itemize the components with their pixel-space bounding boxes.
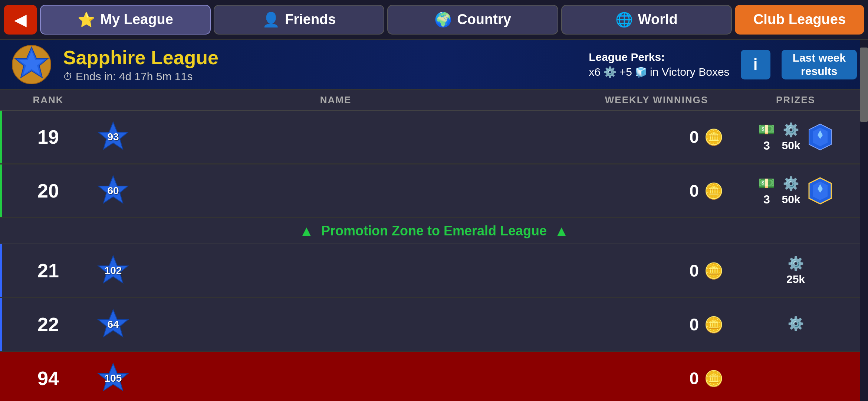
info-button[interactable]: i	[741, 50, 770, 79]
table-row: 19 93 0 🪙 💵 3 ⚙️ 50k	[0, 111, 868, 164]
timer-text: Ends in: 4d 17h 5m 11s	[76, 70, 193, 83]
prizes-cell: 💵 3 ⚙️ 50k	[731, 176, 861, 206]
player-level: 60	[107, 185, 119, 197]
prize-badge	[807, 176, 833, 206]
winnings-value: 0	[689, 261, 699, 281]
winnings-value: 0	[689, 181, 699, 201]
country-icon: 🌍	[434, 12, 452, 28]
last-week-label: Last week results	[793, 51, 846, 78]
col-prizes: PRIZES	[731, 94, 861, 106]
prize-chip: ⚙️ 25k	[786, 256, 805, 286]
tab-world[interactable]: 🌐 World	[561, 5, 732, 35]
player-name-cell: 93	[89, 120, 582, 154]
league-name: Sapphire League	[63, 46, 563, 69]
perk-box-icon: 🧊	[635, 66, 647, 78]
timer-icon: ⏱	[63, 71, 73, 82]
prize-money: 💵 3	[758, 122, 775, 153]
last-week-button[interactable]: Last week results	[782, 50, 857, 79]
rank-value: 20	[7, 180, 89, 202]
scrollbar-thumb[interactable]	[860, 48, 868, 122]
rank-bar-blue	[0, 298, 2, 351]
player-name-cell: 64	[89, 308, 582, 341]
player-level: 64	[107, 319, 119, 330]
player-star-icon: 93	[96, 120, 130, 154]
winnings-value: 0	[689, 127, 699, 147]
coin-stack-icon: 🪙	[704, 369, 723, 388]
winnings-cell: 0 🪙	[582, 181, 731, 201]
col-winnings: WEEKLY WINNINGS	[582, 94, 731, 106]
winnings-cell: 0 🪙	[582, 314, 731, 335]
col-rank: RANK	[7, 94, 89, 106]
back-arrow-icon: ◀	[14, 10, 27, 29]
chip-amount: 25k	[786, 273, 805, 286]
tab-my-league-label: My League	[100, 12, 173, 27]
player-level: 102	[105, 265, 122, 277]
money-icon: 💵	[758, 176, 775, 191]
rank-bar-green	[0, 111, 2, 163]
perk-coin-icon: ⚙️	[604, 66, 617, 78]
prizes-cell: 💵 3 ⚙️ 50k	[731, 122, 861, 153]
tab-my-league[interactable]: ⭐ My League	[40, 5, 211, 35]
back-button[interactable]: ◀	[4, 5, 37, 35]
perk-plus: +5	[619, 66, 632, 78]
star-icon: ⭐	[78, 12, 95, 28]
chip-amount: 50k	[782, 193, 800, 206]
winnings-value: 0	[689, 314, 699, 335]
prize-chip: ⚙️	[788, 316, 804, 333]
money-icon: 💵	[758, 122, 775, 137]
perk-multiplier: x6	[589, 66, 601, 78]
tab-friends[interactable]: 👤 Friends	[214, 5, 384, 35]
world-icon: 🌐	[615, 12, 633, 28]
promo-arrow-left-icon: ▲	[299, 223, 314, 239]
tab-country[interactable]: 🌍 Country	[387, 5, 558, 35]
info-icon: i	[753, 56, 758, 74]
player-name-cell: 60	[89, 174, 582, 208]
league-rows: 19 93 0 🪙 💵 3 ⚙️ 50k	[0, 111, 868, 401]
league-perks: League Perks: x6 ⚙️ +5 🧊 in Victory Boxe…	[589, 51, 729, 78]
player-level: 105	[105, 372, 122, 384]
table-row-current-player: 94 105 0 🪙	[0, 352, 868, 401]
club-leagues-button[interactable]: Club Leagues	[735, 5, 864, 35]
chip-icon: ⚙️	[783, 122, 799, 138]
coin-stack-icon: 🪙	[704, 128, 723, 146]
prize-money: 💵 3	[758, 176, 775, 206]
player-star-icon: 64	[96, 308, 130, 341]
prize-chip: ⚙️ 50k	[782, 122, 800, 152]
coin-stack-icon: 🪙	[704, 316, 723, 334]
table-header: RANK NAME WEEKLY WINNINGS PRIZES	[0, 90, 868, 111]
promotion-zone-banner: ▲ Promotion Zone to Emerald League ▲	[0, 218, 868, 244]
player-level: 93	[107, 131, 119, 143]
league-info: Sapphire League ⏱ Ends in: 4d 17h 5m 11s	[63, 46, 563, 83]
prize-chip: ⚙️ 50k	[782, 176, 800, 206]
winnings-value: 0	[689, 368, 699, 388]
chip-icon: ⚙️	[788, 256, 804, 271]
table-row: 22 64 0 🪙 ⚙️	[0, 298, 868, 352]
rank-value: 94	[7, 367, 89, 389]
chip-amount: 50k	[782, 139, 800, 152]
rank-bar-blue	[0, 244, 2, 297]
perk-text: in Victory Boxes	[650, 66, 730, 78]
friends-icon: 👤	[262, 12, 280, 28]
chip-icon: ⚙️	[788, 316, 804, 332]
player-star-icon: 102	[96, 254, 130, 287]
rank-value: 19	[7, 126, 89, 148]
prizes-cell: ⚙️ 25k	[731, 256, 861, 286]
prize-money-count: 3	[763, 193, 770, 206]
player-star-icon: 60	[96, 174, 130, 208]
winnings-cell: 0 🪙	[582, 261, 731, 281]
scrollbar[interactable]	[860, 40, 868, 401]
league-star-icon	[11, 44, 52, 85]
top-navigation: ◀ ⭐ My League 👤 Friends 🌍 Country 🌐 Worl…	[0, 0, 868, 40]
league-header: Sapphire League ⏱ Ends in: 4d 17h 5m 11s…	[0, 40, 868, 90]
perks-title: League Perks:	[589, 51, 665, 63]
winnings-cell: 0 🪙	[582, 368, 731, 388]
coin-stack-icon: 🪙	[704, 262, 723, 280]
coin-stack-icon: 🪙	[704, 182, 723, 200]
rank-value: 22	[7, 313, 89, 336]
promo-arrow-right-icon: ▲	[554, 223, 569, 239]
player-star-icon: 105	[96, 362, 130, 395]
prize-badge	[807, 122, 833, 152]
col-name: NAME	[89, 94, 582, 106]
player-name-cell: 105	[89, 362, 582, 395]
rank-bar-green	[0, 164, 2, 217]
